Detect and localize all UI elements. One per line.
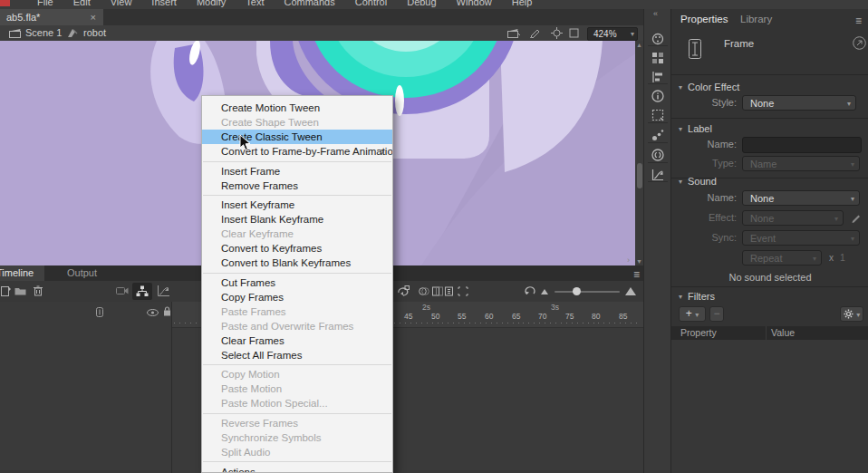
context-menu-item-insert-blank-keyframe[interactable]: Insert Blank Keyframe [202,212,392,227]
context-menu-item-convert-to-blank-keyframes[interactable]: Convert to Blank Keyframes [202,256,392,270]
edit-sound-pencil-icon[interactable] [851,212,862,223]
context-menu-item-synchronize-symbols[interactable]: Synchronize Symbols [202,430,392,445]
new-layer-icon[interactable] [1,285,11,296]
zoom-out-frames-icon[interactable] [541,289,548,294]
scrollbar-thumb[interactable] [637,163,642,188]
context-menu-item-create-shape-tween[interactable]: Create Shape Tween [202,115,392,130]
menu-file[interactable]: File [27,0,63,9]
transform-panel-icon[interactable] [651,109,664,121]
delete-layer-icon[interactable] [34,285,43,296]
style-dropdown[interactable]: None▾ [742,95,856,111]
section-label[interactable]: ▾Label [679,123,712,134]
timeline-menu-icon[interactable]: ≡ [633,268,640,281]
context-menu-item-copy-motion[interactable]: Copy Motion [202,367,392,381]
breadcrumb-scene[interactable]: Scene 1 [25,27,62,38]
menu-text[interactable]: Text [236,0,274,9]
document-tab[interactable]: ab5.fla* × [0,9,103,25]
context-menu-item-paste-motion[interactable]: Paste Motion [202,381,392,396]
context-menu-item-select-all-frames[interactable]: Select All Frames [202,348,392,362]
menu-help[interactable]: Help [502,0,543,9]
label-name-label: Name: [680,139,737,150]
filter-options-button[interactable]: ▾ [840,306,863,322]
align-panel-icon[interactable] [651,71,664,83]
tab-library[interactable]: Library [740,14,772,24]
filters-empty-area [671,340,868,473]
context-menu-item-copy-frames[interactable]: Copy Frames [202,290,392,304]
context-menu-item-remove-frames[interactable]: Remove Frames [202,179,392,193]
context-menu-item-create-motion-tween[interactable]: Create Motion Tween [202,101,392,115]
visibility-column-icon[interactable] [147,309,159,316]
context-menu-item-insert-frame[interactable]: Insert Frame [202,164,392,179]
scroll-down-icon[interactable]: ▼ [636,258,642,265]
menu-edit[interactable]: Edit [63,0,101,9]
color-panel-icon[interactable] [651,33,664,45]
help-circle-icon[interactable] [853,36,866,50]
context-menu-item-clear-frames[interactable]: Clear Frames [202,333,392,348]
menu-modify[interactable]: Modify [187,0,236,9]
ruler-seconds-2s: 2s [422,303,430,312]
parenting-view-button[interactable] [132,283,152,300]
context-menu-item-paste-motion-special[interactable]: Paste Motion Special... [202,396,392,410]
dock-separator [648,162,668,163]
stage-vertical-scrollbar[interactable]: ▲ ▼ [635,41,643,265]
graph-editor-icon[interactable] [157,285,170,297]
context-menu-item-convert-to-keyframes[interactable]: Convert to Keyframes [202,241,392,256]
menu-window[interactable]: Window [447,0,502,9]
remove-filter-button[interactable]: − [709,306,724,322]
cc-libraries-icon[interactable] [651,149,664,161]
scroll-up-icon[interactable]: ▲ [636,42,642,48]
context-menu-item-create-classic-tween[interactable]: Create Classic Tween [202,130,392,144]
edit-symbols-icon[interactable] [529,28,541,38]
tab-properties[interactable]: Properties [680,14,728,24]
context-menu-item-convert-to-frame-by-frame-animation[interactable]: Convert to Frame-by-Frame Animation› [202,144,392,159]
menu-view[interactable]: View [101,0,142,9]
stage-corner-arrow-icon[interactable]: › [627,256,630,265]
info-panel-icon[interactable] [651,90,664,102]
breadcrumb-symbol[interactable]: robot [83,27,106,38]
context-menu-item-reverse-frames[interactable]: Reverse Frames [202,416,392,430]
lock-column-icon[interactable] [163,306,171,316]
section-color-effect[interactable]: ▾Color Effect [679,82,739,92]
context-menu-item-cut-frames[interactable]: Cut Frames [202,275,392,290]
zoom-in-frames-icon[interactable] [625,287,636,295]
loop-playback-icon[interactable] [397,285,410,296]
menu-control[interactable]: Control [345,0,397,9]
context-menu-item-paste-and-overwrite-frames[interactable]: Paste and Overwrite Frames [202,319,392,333]
section-sound[interactable]: ▾Sound [679,176,717,187]
clip-content-icon[interactable] [569,28,579,38]
label-type-dropdown: Name▾ [742,156,860,171]
context-menu-item-clear-keyframe[interactable]: Clear Keyframe [202,227,392,241]
style-label: Style: [680,97,737,108]
onion-skin-outline-icon[interactable] [432,286,443,296]
onion-skin-icon[interactable] [419,286,429,296]
timeline-tab-timeline[interactable]: Timeline [0,265,44,281]
zoom-level-dropdown[interactable]: 424% ▾ [587,27,638,41]
brush-library-icon[interactable] [651,129,664,141]
context-menu-item-split-audio[interactable]: Split Audio [202,445,392,459]
context-menu-item-paste-frames[interactable]: Paste Frames [202,304,392,319]
label-name-input[interactable] [742,137,862,153]
menu-commands[interactable]: Commands [274,0,344,9]
camera-layer-icon[interactable] [116,286,129,295]
context-menu-item-insert-keyframe[interactable]: Insert Keyframe [202,198,392,212]
add-filter-button[interactable]: + ▾ [679,306,706,322]
reset-timeline-zoom-icon[interactable] [524,285,535,296]
new-folder-icon[interactable] [14,286,26,295]
section-filters[interactable]: ▾Filters [679,291,715,302]
panel-menu-icon[interactable]: ≡ [855,14,862,27]
marker-range-icon[interactable] [458,286,468,296]
edit-scene-icon[interactable] [507,28,520,38]
collapse-dock-icon[interactable]: « [653,9,658,18]
swatches-panel-icon[interactable] [651,52,664,64]
menu-insert[interactable]: Insert [141,0,187,9]
timeline-zoom-slider[interactable] [555,291,620,293]
timeline-zoom-slider-handle[interactable] [573,287,581,295]
menu-debug[interactable]: Debug [397,0,446,9]
context-menu-item-actions[interactable]: Actions [202,465,392,473]
sound-name-dropdown[interactable]: None▾ [742,190,860,206]
close-tab-icon[interactable]: × [91,9,96,25]
edit-multiple-frames-icon[interactable] [445,286,456,296]
timeline-tab-output[interactable]: Output [56,265,108,281]
center-frame-icon[interactable] [551,27,563,39]
motion-editor-icon[interactable] [651,169,664,181]
